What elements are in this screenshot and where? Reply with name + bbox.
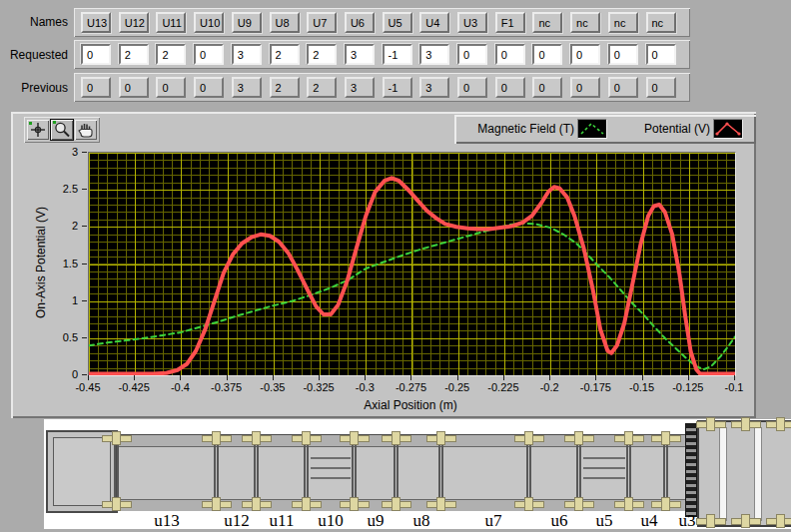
electrode-connector-bottom: [651, 497, 681, 511]
requested-input-11[interactable]: 0: [495, 44, 525, 65]
requested-input-14[interactable]: 0: [608, 44, 638, 65]
requested-input-3[interactable]: 0: [194, 44, 224, 65]
name-box-9: U4: [419, 12, 449, 33]
previous-box-7: 3: [345, 77, 375, 98]
electrode-connector-bottom: [564, 497, 594, 511]
segment-label-u8: u8: [413, 511, 430, 531]
requested-input-4[interactable]: 3: [232, 44, 262, 65]
name-box-11: F1: [495, 12, 525, 33]
split-electrode-line: [583, 467, 625, 469]
y-tick-label: 0.5: [48, 331, 78, 343]
requested-row: 02203223-13000000: [74, 40, 690, 69]
name-box-10: U3: [457, 12, 487, 33]
detector-connector-top: [731, 417, 761, 431]
y-tick-label: 1: [48, 294, 78, 306]
requested-input-7[interactable]: 3: [345, 44, 375, 65]
name-box-4: U9: [232, 12, 262, 33]
requested-input-9[interactable]: 3: [419, 44, 449, 65]
electrode-connector-bottom: [514, 497, 544, 511]
y-tick-label: 3: [48, 146, 78, 158]
schematic-right-box-strip: [719, 427, 727, 521]
x-axis-title: Axial Position (m): [311, 398, 510, 412]
x-tick-label: -0.3: [345, 381, 385, 393]
zoom-tool-button[interactable]: [51, 120, 73, 140]
previous-box-11: 0: [495, 77, 525, 98]
previous-box-12: 0: [532, 77, 562, 98]
dashed-line-sample-icon: [578, 120, 606, 138]
electrode-connector-bottom: [426, 497, 456, 511]
electrode-connector-top: [202, 431, 232, 445]
schematic-tube-bottom-rail: [49, 499, 698, 511]
segment-label-u3: u3: [679, 511, 696, 531]
y-tick-mark: [82, 264, 87, 265]
name-box-5: U8: [270, 12, 300, 33]
names-row-label: Names: [0, 15, 68, 29]
requested-input-13[interactable]: 0: [570, 44, 600, 65]
electrode-connector-top: [651, 431, 681, 445]
requested-input-2[interactable]: 2: [156, 44, 186, 65]
electrode-connector-bottom: [382, 497, 411, 511]
cursor-move-tool-button[interactable]: [27, 120, 49, 140]
electrode-connector-top: [340, 431, 370, 445]
name-box-15: nc: [646, 12, 676, 33]
x-tick-label: -0.1: [714, 381, 754, 393]
requested-input-12[interactable]: 0: [532, 44, 562, 65]
x-tick-label: -0.325: [299, 381, 339, 393]
name-box-3: U10: [194, 12, 224, 33]
detector-connector-bottom: [766, 514, 791, 528]
previous-box-15: 0: [646, 77, 676, 98]
x-tick-label: -0.25: [437, 381, 477, 393]
name-box-6: U7: [307, 12, 337, 33]
electrode-connector-top: [514, 431, 544, 445]
name-box-2: U11: [156, 12, 186, 33]
detector-connector-top: [766, 417, 791, 431]
x-tick-label: -0.275: [391, 381, 430, 393]
curve-potential: [89, 178, 735, 373]
legend-sample-potential[interactable]: [713, 119, 743, 139]
requested-input-15[interactable]: 0: [646, 44, 676, 65]
plot-area[interactable]: [88, 152, 736, 376]
electrode-connector-bottom: [614, 497, 644, 511]
requested-input-0[interactable]: 0: [81, 44, 111, 65]
split-electrode-line: [311, 467, 351, 469]
electrode-connector-bottom: [102, 497, 132, 511]
requested-input-8[interactable]: -1: [383, 44, 412, 65]
requested-input-5[interactable]: 2: [270, 44, 300, 65]
y-axis-title: On-Axis Potential (V): [34, 163, 48, 362]
x-tick-label: -0.175: [575, 381, 615, 393]
y-tick-mark: [82, 189, 87, 190]
crosshair-icon: [27, 120, 49, 140]
y-tick-mark: [82, 300, 87, 301]
schematic-right-box-strip: [754, 427, 762, 521]
curve-magnetic-field: [89, 224, 735, 370]
x-tick-label: -0.2: [529, 381, 569, 393]
electrode-connector-bottom: [202, 497, 232, 511]
y-tick-mark: [82, 337, 87, 338]
previous-row-label: Previous: [0, 81, 68, 95]
name-box-14: nc: [608, 12, 638, 33]
requested-input-6[interactable]: 2: [307, 44, 337, 65]
legend-sample-magnetic-field[interactable]: [577, 119, 607, 139]
previous-box-13: 0: [570, 77, 600, 98]
previous-box-1: 0: [119, 77, 149, 98]
electrode-connector-top: [242, 431, 272, 445]
requested-input-1[interactable]: 2: [119, 44, 149, 65]
legend-item-magnetic-field[interactable]: Magnetic Field (T): [460, 122, 574, 136]
electrode-connector-top: [614, 431, 644, 445]
previous-box-2: 0: [156, 77, 186, 98]
magnifier-icon: [51, 120, 73, 140]
previous-box-9: 3: [419, 77, 449, 98]
pan-tool-button[interactable]: [75, 120, 97, 140]
electrode-connector-top: [102, 431, 132, 445]
x-tick-label: -0.4: [160, 381, 200, 393]
legend-item-potential[interactable]: Potential (V): [612, 122, 710, 136]
graph-palette: [24, 117, 100, 143]
requested-input-10[interactable]: 0: [457, 44, 487, 65]
segment-label-u6: u6: [551, 511, 568, 531]
x-tick-label: -0.375: [207, 381, 247, 393]
split-electrode-line: [583, 457, 625, 459]
detector-connector-bottom: [696, 514, 726, 528]
name-box-7: U6: [345, 12, 375, 33]
segment-label-u9: u9: [368, 511, 385, 531]
split-electrode-line: [583, 477, 625, 479]
